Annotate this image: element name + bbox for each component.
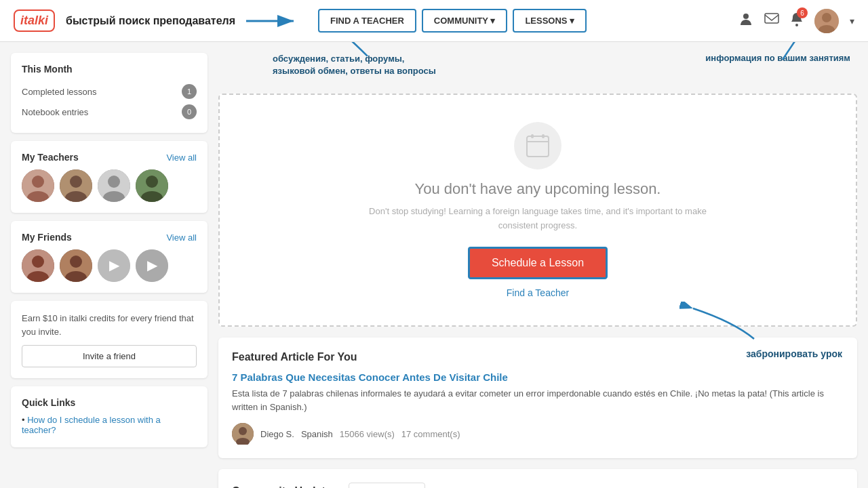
quick-links-card: Quick Links How do I schedule a lesson w… <box>11 386 208 447</box>
language-selector[interactable]: All languages ▾ <box>349 483 425 488</box>
lesson-empty-icon <box>514 122 561 169</box>
logo[interactable]: italki <box>14 9 55 32</box>
community-header: Community Updates All languages ▾ <box>232 483 844 488</box>
teacher-avatar-1[interactable] <box>22 169 54 202</box>
article-title-link[interactable]: 7 Palabras Que Necesitas Conocer Antes D… <box>232 371 844 383</box>
user-avatar[interactable] <box>814 9 839 33</box>
svg-point-12 <box>70 176 82 188</box>
community-nav-button[interactable]: COMMUNITY ▾ <box>422 9 508 33</box>
lessons-annotation: информация по вашим занятиям <box>705 53 850 63</box>
logo-area[interactable]: italki <box>14 9 55 32</box>
top-annotations: обсуждения, статьи, форумы,языковой обме… <box>218 53 857 94</box>
article-description: Esta lista de 7 palabras chilenas inform… <box>232 387 844 415</box>
svg-point-15 <box>108 176 120 188</box>
svg-point-38 <box>239 427 247 435</box>
article-language: Spanish <box>301 429 333 439</box>
friend-avatar-2[interactable] <box>60 249 92 282</box>
schedule-annotation: забронировать урок <box>746 348 842 359</box>
svg-point-6 <box>822 13 831 22</box>
schedule-annotation-text: забронировать урок <box>746 348 842 359</box>
community-updates-card: Community Updates All languages ▾ Mini v… <box>218 469 857 488</box>
header: italki быстрый поиск преподавателя FIND … <box>0 0 868 42</box>
article-views: 15066 view(s) <box>340 429 395 439</box>
svg-point-9 <box>32 176 44 188</box>
completed-lessons-row: Completed lessons 1 <box>22 81 197 102</box>
completed-lessons-label: Completed lessons <box>22 87 97 97</box>
lessons-label: LESSONS ▾ <box>525 16 574 26</box>
notifications-icon[interactable]: 6 <box>790 12 804 30</box>
my-teachers-title: My Teachers <box>22 152 79 163</box>
notebook-entries-row: Notebook entries 0 <box>22 102 197 122</box>
my-teachers-card: My Teachers View all <box>11 141 208 213</box>
lessons-nav-button[interactable]: LESSONS ▾ <box>513 9 587 33</box>
teachers-avatars <box>22 169 197 202</box>
svg-rect-3 <box>765 14 778 23</box>
teacher-avatar-3[interactable] <box>98 169 130 202</box>
article-author-name: Diego S. <box>260 429 294 439</box>
teacher-avatar-2[interactable] <box>60 169 92 202</box>
svg-text:▶: ▶ <box>109 258 120 272</box>
article-author-avatar <box>232 423 254 445</box>
notebook-entries-count: 0 <box>182 104 197 119</box>
find-teacher-label: FIND A TEACHER <box>330 16 404 26</box>
friend-avatar-4[interactable]: ▶ <box>136 249 168 282</box>
logo-text: italki <box>20 14 48 27</box>
nav-buttons: FIND A TEACHER COMMUNITY ▾ LESSONS ▾ <box>318 9 587 33</box>
messages-icon[interactable] <box>764 13 779 28</box>
community-updates-title: Community Updates <box>232 485 338 488</box>
view-all-friends-link[interactable]: View all <box>166 232 197 243</box>
svg-rect-34 <box>542 134 545 138</box>
my-friends-header: My Friends View all <box>22 232 197 243</box>
header-arrow-icon <box>246 11 300 31</box>
this-month-title: This Month <box>22 64 197 75</box>
invite-text: Earn $10 in italki credits for every fri… <box>22 312 197 338</box>
community-annotation-text: обсуждения, статьи, форумы,языковой обме… <box>273 54 436 76</box>
lesson-empty-title: You don't have any upcoming lesson. <box>233 180 842 198</box>
profile-icon[interactable] <box>738 12 753 30</box>
header-right: 6 ▾ <box>738 9 854 33</box>
invite-friend-button[interactable]: Invite a friend <box>22 345 197 367</box>
community-label: COMMUNITY ▾ <box>434 16 496 26</box>
svg-point-18 <box>146 176 158 188</box>
svg-point-24 <box>70 256 82 268</box>
main-content: обсуждения, статьи, форумы,языковой обме… <box>218 53 857 488</box>
my-friends-title: My Friends <box>22 232 72 243</box>
my-friends-card: My Friends View all ▶ ▶ <box>11 221 208 293</box>
article-meta: Diego S. Spanish 15066 view(s) 17 commen… <box>232 423 844 445</box>
notebook-entries-label: Notebook entries <box>22 107 88 117</box>
my-teachers-header: My Teachers View all <box>22 152 197 163</box>
schedule-arrow-icon <box>679 302 761 342</box>
svg-point-4 <box>795 24 798 26</box>
lesson-empty-subtitle: Don't stop studying! Learning a foreign … <box>368 205 707 233</box>
invite-card: Earn $10 in italki credits for every fri… <box>11 301 208 378</box>
friend-avatar-1[interactable] <box>22 249 54 282</box>
schedule-lesson-button[interactable]: Schedule a Lesson <box>468 247 608 279</box>
user-dropdown-chevron[interactable]: ▾ <box>850 16 854 26</box>
completed-lessons-count: 1 <box>182 84 197 99</box>
svg-text:▶: ▶ <box>147 258 158 272</box>
sidebar: This Month Completed lessons 1 Notebook … <box>11 53 208 488</box>
lesson-area-wrapper: обсуждения, статьи, форумы,языковой обме… <box>218 53 857 327</box>
svg-rect-33 <box>531 134 534 138</box>
notification-badge: 6 <box>797 7 808 18</box>
teacher-avatar-4[interactable] <box>136 169 168 202</box>
lessons-annotation-text: информация по вашим занятиям <box>705 53 850 63</box>
find-teacher-link[interactable]: Find a Teacher <box>233 287 842 298</box>
svg-point-2 <box>743 14 749 19</box>
find-teacher-nav-button[interactable]: FIND A TEACHER <box>318 9 416 33</box>
friends-avatars: ▶ ▶ <box>22 249 197 282</box>
svg-rect-32 <box>527 136 549 157</box>
header-slogan: быстрый поиск преподавателя <box>66 15 235 27</box>
this-month-card: This Month Completed lessons 1 Notebook … <box>11 53 208 133</box>
main-layout: This Month Completed lessons 1 Notebook … <box>0 42 868 488</box>
quick-links-title: Quick Links <box>22 397 197 408</box>
view-all-teachers-link[interactable]: View all <box>166 152 197 163</box>
svg-point-21 <box>32 256 44 268</box>
friend-avatar-3[interactable]: ▶ <box>98 249 130 282</box>
community-annotation: обсуждения, статьи, форумы,языковой обме… <box>273 53 436 77</box>
quick-link-schedule[interactable]: How do I schedule a lesson with a teache… <box>22 413 197 436</box>
article-comments: 17 comment(s) <box>401 429 460 439</box>
lesson-card: You don't have any upcoming lesson. Don'… <box>218 94 857 327</box>
